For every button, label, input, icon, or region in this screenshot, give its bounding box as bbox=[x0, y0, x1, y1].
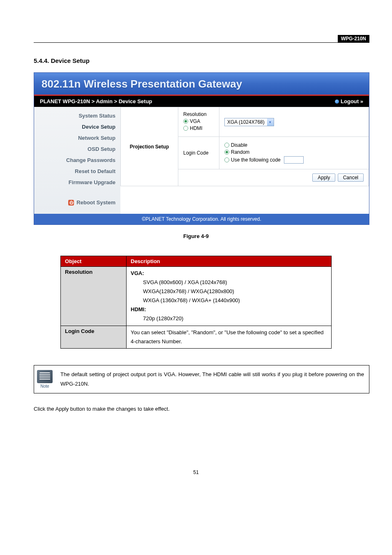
vga-line2: WXGA(1280x768) / WXGA(1280x800) bbox=[131, 287, 327, 296]
reboot-label: Reboot System bbox=[76, 199, 115, 206]
obj-logincode: Login Code bbox=[61, 326, 127, 348]
app-title: 802.11n Wireless Presentation Gateway bbox=[42, 78, 362, 90]
note-icon bbox=[37, 370, 53, 383]
sidebar-item-device-setup[interactable]: Device Setup bbox=[34, 121, 115, 132]
radio-use-following-label: Use the following code bbox=[231, 157, 281, 163]
resolution-label: Resolution bbox=[183, 111, 214, 117]
header-divider bbox=[34, 42, 369, 43]
app-window: 802.11n Wireless Presentation Gateway PL… bbox=[34, 72, 369, 225]
radio-disable-label: Disable bbox=[231, 142, 247, 148]
th-description: Description bbox=[127, 256, 332, 267]
vga-line1: SVGA (800x600) / XGA (1024x768) bbox=[131, 278, 327, 287]
note-label: Note bbox=[36, 384, 54, 388]
logout-label: Logout » bbox=[341, 98, 363, 104]
sidebar: System Status Device Setup Network Setup… bbox=[34, 107, 120, 214]
sidebar-item-network-setup[interactable]: Network Setup bbox=[34, 132, 115, 143]
note-text: The default setting of project output po… bbox=[55, 365, 369, 393]
logout-link[interactable]: Logout » bbox=[335, 98, 363, 104]
app-footer: ©PLANET Technology Corporation. All righ… bbox=[34, 214, 369, 224]
content-panel: Projection Setup Resolution VGA HDMI bbox=[120, 107, 369, 214]
resolution-value-cell: XGA (1024X768) ▾ bbox=[219, 107, 369, 137]
resolution-select[interactable]: XGA (1024X768) ▾ bbox=[224, 118, 274, 126]
logincode-label: Login Code bbox=[178, 137, 219, 169]
sidebar-item-reset-default[interactable]: Reset to Default bbox=[34, 166, 115, 177]
code-input[interactable] bbox=[284, 156, 304, 164]
resolution-cell: Resolution VGA HDMI bbox=[178, 107, 219, 137]
radio-icon bbox=[224, 143, 229, 148]
radio-disable[interactable]: Disable bbox=[224, 142, 364, 148]
section-heading: 5.4.4. Device Setup bbox=[34, 57, 392, 64]
app-header: 802.11n Wireless Presentation Gateway bbox=[34, 73, 369, 96]
power-icon: ⏻ bbox=[68, 200, 74, 206]
sidebar-item-firmware-upgrade[interactable]: Firmware Upgrade bbox=[34, 177, 115, 188]
body-paragraph: Click the Apply button to make the chang… bbox=[34, 406, 369, 412]
resolution-select-value: XGA (1024X768) bbox=[227, 119, 265, 125]
projection-setup-table: Projection Setup Resolution VGA HDMI bbox=[120, 107, 369, 186]
main-area: System Status Device Setup Network Setup… bbox=[34, 107, 369, 214]
apply-button[interactable]: Apply bbox=[312, 173, 335, 182]
hdmi-head: HDMI: bbox=[131, 306, 146, 312]
obj-resolution: Resolution bbox=[61, 267, 127, 326]
figure-caption: Figure 4-9 bbox=[0, 233, 392, 239]
chevron-down-icon: ▾ bbox=[267, 118, 274, 126]
logout-icon bbox=[335, 99, 339, 104]
note-box: Note The default setting of project outp… bbox=[34, 365, 369, 393]
radio-vga[interactable]: VGA bbox=[183, 118, 214, 124]
cancel-button[interactable]: Cancel bbox=[338, 173, 364, 182]
radio-icon bbox=[183, 119, 188, 124]
sidebar-item-change-passwords[interactable]: Change Passwords bbox=[34, 155, 115, 166]
button-row: Apply Cancel bbox=[178, 169, 369, 186]
table-row: Login Code You can select "Disable", "Ra… bbox=[61, 326, 332, 348]
radio-random[interactable]: Random bbox=[224, 149, 364, 155]
desc-resolution: VGA: SVGA (800x600) / XGA (1024x768) WXG… bbox=[127, 267, 332, 326]
breadcrumb: PLANET WPG-210N > Admin > Device Setup bbox=[40, 98, 152, 104]
radio-random-label: Random bbox=[231, 149, 249, 155]
radio-vga-label: VGA bbox=[190, 118, 200, 124]
radio-icon bbox=[224, 157, 229, 162]
radio-hdmi[interactable]: HDMI bbox=[183, 125, 214, 131]
radio-use-following[interactable]: Use the following code bbox=[224, 156, 364, 164]
vga-head: VGA: bbox=[131, 270, 144, 276]
desc-logincode: You can select "Disable", "Random", or "… bbox=[127, 326, 332, 348]
radio-icon bbox=[224, 150, 229, 155]
logincode-options: Disable Random Use the following code bbox=[219, 137, 369, 169]
note-icon-col: Note bbox=[34, 367, 55, 392]
panel-title: Projection Setup bbox=[121, 107, 178, 186]
sidebar-item-system-status[interactable]: System Status bbox=[34, 110, 115, 121]
page-number: 51 bbox=[0, 469, 392, 475]
hdmi-line1: 720p (1280x720) bbox=[131, 314, 327, 323]
radio-icon bbox=[183, 126, 188, 131]
doc-table: Object Description Resolution VGA: SVGA … bbox=[60, 256, 332, 349]
sidebar-reboot[interactable]: ⏻ Reboot System bbox=[34, 197, 115, 208]
breadcrumb-bar: PLANET WPG-210N > Admin > Device Setup L… bbox=[34, 96, 369, 107]
model-badge: WPG-210N bbox=[338, 35, 369, 42]
th-object: Object bbox=[61, 256, 127, 267]
radio-hdmi-label: HDMI bbox=[190, 125, 203, 131]
table-row: Resolution VGA: SVGA (800x600) / XGA (10… bbox=[61, 267, 332, 326]
vga-line3: WXGA (1360x768) / WXGA+ (1440x900) bbox=[131, 296, 327, 305]
sidebar-item-osd-setup[interactable]: OSD Setup bbox=[34, 143, 115, 155]
